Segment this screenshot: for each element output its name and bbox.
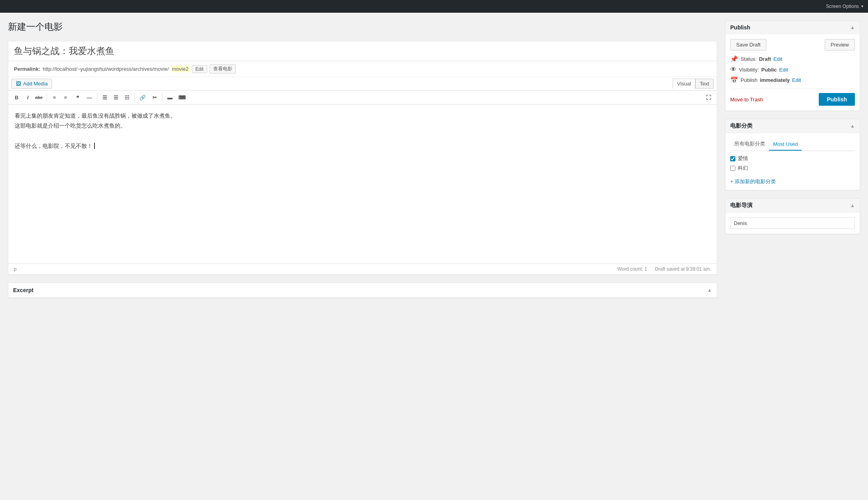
tab-text[interactable]: Text bbox=[695, 79, 714, 89]
add-media-button[interactable]: 🖼 Add Media bbox=[12, 79, 52, 89]
publish-timing-edit-link[interactable]: Edit bbox=[792, 77, 801, 83]
publish-box: Publish ▲ Save Draft Preview 📌 Status: D… bbox=[725, 21, 860, 111]
sidebar: Publish ▲ Save Draft Preview 📌 Status: D… bbox=[725, 21, 860, 298]
toolbar-separator-1 bbox=[46, 93, 47, 101]
visibility-value: Public bbox=[761, 67, 777, 73]
bold-button[interactable]: B bbox=[12, 92, 22, 103]
categories-box-title: 电影分类 bbox=[730, 122, 752, 130]
hr-button[interactable]: — bbox=[84, 92, 95, 103]
category-label-romance: 爱情 bbox=[738, 155, 748, 162]
draft-saved-status: Draft saved at 9:39:01 am. bbox=[655, 266, 711, 272]
excerpt-toggle-icon: ▲ bbox=[707, 287, 712, 293]
excerpt-header[interactable]: Excerpt ▲ bbox=[8, 283, 717, 298]
permalink-edit-button[interactable]: Edit bbox=[192, 65, 207, 73]
categories-box-content: 所有电影分类 Most Used 爱情 科幻 + 添加新的电影分类 bbox=[725, 133, 860, 190]
move-to-trash-link[interactable]: Move to Trash bbox=[730, 97, 763, 103]
toolbar-group-list: ≡ ≡ bbox=[49, 92, 71, 103]
italic-button[interactable]: I bbox=[23, 92, 33, 103]
publish-timing-value: immediately bbox=[760, 77, 790, 83]
category-checkbox-scifi[interactable] bbox=[730, 166, 735, 171]
page-title: 新建一个电影 bbox=[8, 21, 717, 33]
fullscreen-button[interactable]: ⛶ bbox=[703, 92, 714, 103]
visibility-icon: 👁 bbox=[730, 66, 737, 73]
publish-box-title: Publish bbox=[730, 24, 750, 31]
category-tabs: 所有电影分类 Most Used bbox=[730, 138, 855, 151]
category-label-scifi: 科幻 bbox=[738, 165, 748, 172]
calendar-icon: 📅 bbox=[730, 76, 738, 84]
status-icon: 📌 bbox=[730, 55, 738, 63]
publish-box-header: Publish ▲ bbox=[725, 21, 860, 34]
director-box: 电影导演 ▲ bbox=[725, 198, 860, 234]
screen-options-button[interactable]: Screen Options bbox=[826, 4, 864, 9]
director-box-content bbox=[725, 213, 860, 234]
categories-box-header: 电影分类 ▲ bbox=[725, 119, 860, 133]
visibility-row: 👁 Visibility: Public Edit bbox=[730, 66, 855, 73]
category-item-scifi: 科幻 bbox=[730, 165, 855, 172]
category-list: 爱情 科幻 bbox=[730, 155, 855, 172]
editor-content-area[interactable]: 看完上集的朋友肯定知道，最后鱼没有战胜锅，被做成了水煮鱼。 这部电影就是介绍一个… bbox=[8, 105, 717, 264]
status-row: 📌 Status: Draft Edit bbox=[730, 55, 855, 63]
blockquote-button[interactable]: ❝ bbox=[72, 92, 83, 103]
publish-box-content: Save Draft Preview 📌 Status: Draft Edit … bbox=[725, 34, 860, 110]
director-box-header: 电影导演 ▲ bbox=[725, 199, 860, 213]
toolbar-separator-3 bbox=[135, 93, 135, 101]
align-center-button[interactable]: ☰ bbox=[111, 92, 121, 103]
director-input[interactable] bbox=[730, 217, 855, 229]
save-draft-button[interactable]: Save Draft bbox=[730, 39, 766, 50]
insert-more-button[interactable]: ▬ bbox=[165, 92, 175, 103]
publish-timing-row: 📅 Publish immediately Edit bbox=[730, 76, 855, 84]
content-paragraph-1: 看完上集的朋友肯定知道，最后鱼没有战胜锅，被做成了水煮鱼。 bbox=[15, 111, 710, 121]
tab-visual[interactable]: Visual bbox=[673, 79, 695, 89]
toolbar-group-text: B I abc bbox=[12, 92, 44, 103]
preview-button[interactable]: Preview bbox=[825, 39, 855, 50]
publish-toggle-icon: ▲ bbox=[850, 25, 855, 30]
toolbar-group-align: ☰ ☰ ☷ bbox=[100, 92, 132, 103]
post-title-input[interactable] bbox=[8, 41, 717, 61]
add-media-icon: 🖼 bbox=[16, 81, 21, 87]
add-category-link[interactable]: + 添加新的电影分类 bbox=[730, 178, 776, 185]
status-edit-link[interactable]: Edit bbox=[773, 56, 782, 62]
director-toggle-icon: ▲ bbox=[850, 203, 855, 208]
ol-button[interactable]: ≡ bbox=[60, 92, 71, 103]
tab-all-categories[interactable]: 所有电影分类 bbox=[730, 138, 769, 151]
publish-button[interactable]: Publish bbox=[819, 93, 855, 106]
editor-tabs: Visual Text bbox=[673, 79, 714, 89]
status-value: Draft bbox=[759, 56, 771, 62]
excerpt-label: Excerpt bbox=[13, 287, 33, 293]
ul-button[interactable]: ≡ bbox=[49, 92, 60, 103]
publish-timing-label: Publish bbox=[741, 77, 758, 83]
align-left-button[interactable]: ☰ bbox=[100, 92, 110, 103]
toolbar-separator-2 bbox=[97, 93, 97, 101]
categories-box: 电影分类 ▲ 所有电影分类 Most Used 爱情 科幻 bbox=[725, 119, 860, 190]
link-button[interactable]: 🔗 bbox=[137, 92, 148, 103]
content-paragraph-2: 这部电影就是介绍一个吃货怎么吃水煮鱼的。 bbox=[15, 121, 710, 131]
unlink-button[interactable]: ✂ bbox=[149, 92, 160, 103]
excerpt-section: Excerpt ▲ bbox=[8, 283, 717, 298]
content-paragraph-3: 还等什么，电影院，不见不散！ bbox=[15, 141, 710, 151]
tab-most-used[interactable]: Most Used bbox=[769, 138, 802, 151]
permalink-url: http://localhost/~yujiangshui/wordpress/… bbox=[42, 66, 169, 72]
view-post-button[interactable]: 查看电影 bbox=[210, 64, 236, 74]
add-media-label: Add Media bbox=[23, 81, 48, 87]
editor-format-toolbar: B I abc ≡ ≡ ❝ — ☰ ☰ ☷ 🔗 ✂ bbox=[8, 91, 717, 105]
toolbar-separator-4 bbox=[162, 93, 162, 101]
category-item-romance: 爱情 bbox=[730, 155, 855, 162]
screen-options-label: Screen Options bbox=[826, 4, 859, 9]
visibility-label: Visibility: bbox=[739, 67, 759, 73]
editor-toolbar-row1: 🖼 Add Media Visual Text bbox=[8, 77, 717, 91]
category-checkbox-romance[interactable] bbox=[730, 156, 735, 161]
categories-toggle-icon: ▲ bbox=[850, 123, 855, 129]
status-label: Status: bbox=[741, 56, 756, 62]
permalink-label: Permalink: bbox=[14, 66, 40, 72]
kbd-button[interactable]: ⌨ bbox=[177, 92, 187, 103]
editor-footer: p Word count: 1 Draft saved at 9:39:01 a… bbox=[8, 264, 717, 274]
permalink-row: Permalink: http://localhost/~yujiangshui… bbox=[8, 61, 717, 77]
permalink-slug: movie2 bbox=[171, 66, 189, 72]
visibility-edit-link[interactable]: Edit bbox=[779, 67, 788, 73]
strikethrough-button[interactable]: abc bbox=[34, 92, 44, 103]
post-editor-box: Permalink: http://localhost/~yujiangshui… bbox=[8, 41, 717, 275]
publish-actions-row: Save Draft Preview bbox=[730, 39, 855, 50]
align-right-button[interactable]: ☷ bbox=[122, 92, 132, 103]
publish-footer: Move to Trash Publish bbox=[730, 89, 855, 106]
word-count: Word count: 1 bbox=[617, 266, 647, 272]
